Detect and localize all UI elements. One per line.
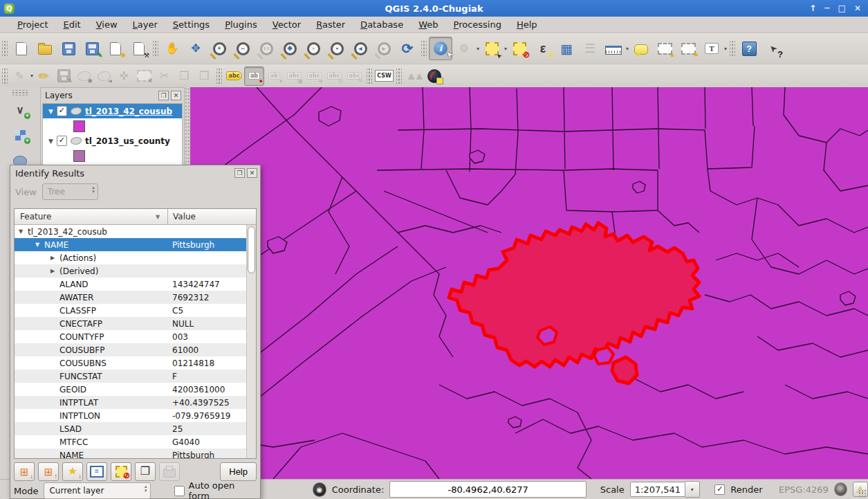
menu-settings[interactable]: Settings [165, 19, 217, 30]
shade-window-button[interactable]: ↑ [809, 3, 816, 13]
rotate-label-button[interactable]: abc↻ [324, 66, 344, 86]
add-raster-layer-button[interactable]: + [8, 125, 32, 145]
pan-map-button[interactable]: ✋ [160, 37, 184, 60]
scrollbar-thumb[interactable] [248, 226, 255, 273]
menu-processing[interactable]: Processing [446, 19, 509, 30]
identify-row-MTFCC[interactable]: MTFCCG4040 [15, 435, 247, 448]
open-project-button[interactable] [33, 37, 57, 60]
identify-row-CNECTAFP[interactable]: CNECTAFPNULL [15, 317, 247, 330]
menu-vector[interactable]: Vector [265, 19, 308, 30]
menu-project[interactable]: Project [10, 19, 56, 30]
layer-symbol-swatch[interactable] [73, 120, 85, 132]
tree-arrow-icon[interactable]: ▼ [35, 242, 44, 248]
minimize-button[interactable]: ─ [824, 3, 829, 13]
expand-arrow-icon[interactable]: ▼ [48, 138, 53, 145]
zoom-full-button[interactable]: ✥ [278, 37, 302, 60]
feature-column-header[interactable]: Feature [20, 212, 51, 221]
expand-arrow-icon[interactable]: ▼ [48, 108, 53, 115]
identify-features-button[interactable]: i [429, 37, 452, 60]
layer-checkbox[interactable]: ✓ [57, 106, 67, 116]
raster-terrain-button[interactable]: ▲▲ [404, 66, 424, 86]
table-header[interactable]: Feature ▼ Value [15, 209, 256, 225]
view-mode-combo[interactable]: Tree ▴▾ [42, 183, 98, 200]
select-features-button[interactable]: ➤ [480, 37, 504, 60]
copy-feature-button[interactable]: ❐ [135, 462, 156, 481]
map-canvas[interactable] [190, 87, 868, 479]
zoom-last-button[interactable]: ◂ [349, 37, 372, 60]
toolbar-handle[interactable] [367, 69, 372, 84]
expand-new-results-button[interactable]: ★↓ [62, 462, 83, 481]
tracking-icon[interactable]: ◉ [313, 482, 326, 497]
menu-layer[interactable]: Layer [125, 19, 165, 30]
toolbar-handle[interactable] [216, 69, 222, 84]
zoom-native-button[interactable]: 1:1 [255, 37, 278, 60]
identify-row-AWATER[interactable]: AWATER7692312 [15, 291, 247, 304]
clear-results-button[interactable]: ⊘ [111, 462, 131, 481]
pittsburgh-exclave[interactable] [612, 357, 637, 383]
print-results-button[interactable] [159, 462, 180, 481]
unpin-labels-button[interactable]: ab● [264, 66, 284, 86]
zoom-to-layer-button[interactable]: ▪ [325, 37, 349, 60]
select-dropdown[interactable]: ▾ [504, 46, 507, 52]
move-feature-button[interactable]: ➜ [94, 66, 114, 86]
refresh-button[interactable]: ⟳ [396, 37, 419, 60]
menu-plugins[interactable]: Plugins [217, 19, 265, 30]
add-feature-button[interactable]: ✱ [74, 66, 94, 86]
collapse-tree-button[interactable]: ⊞↑ [38, 462, 59, 481]
feature-action-dropdown[interactable]: ▾ [477, 46, 479, 52]
float-panel-button[interactable]: ❐ [234, 168, 245, 178]
pin-labels-button[interactable]: ab● [244, 66, 264, 86]
paste-features-button[interactable]: ❒ [194, 66, 214, 86]
identify-row-LSAD[interactable]: LSAD25 [15, 422, 247, 435]
mode-combo[interactable]: Current layer ▴▾ [44, 482, 150, 499]
identify-row-NAME[interactable]: NAMEPittsburgh [15, 448, 247, 459]
save-layer-edits-button[interactable]: ✎ [54, 66, 74, 86]
delete-selected-button[interactable]: ✕ [134, 66, 154, 86]
identify-row-ALAND[interactable]: ALAND143424747 [15, 278, 247, 291]
zoom-to-selection-button[interactable]: ▫ [302, 37, 325, 60]
csw-search-button[interactable]: CSW [374, 66, 394, 86]
close-panel-button[interactable]: ✕ [171, 91, 181, 100]
new-bookmark-button[interactable]: ★ [653, 37, 676, 60]
window-resize-grip[interactable] [858, 489, 867, 498]
identify-row-(Actions)[interactable]: ▶(Actions) [15, 251, 247, 264]
help-button[interactable]: Help [220, 462, 257, 481]
float-panel-button[interactable]: ❐ [158, 91, 169, 100]
zoom-out-button[interactable]: − [231, 37, 255, 60]
menu-web[interactable]: Web [411, 19, 445, 30]
text-annotation-button[interactable]: T [700, 37, 723, 60]
tree-arrow-icon[interactable]: ▶ [50, 255, 59, 261]
copy-features-button[interactable]: ❐ [174, 66, 194, 86]
tree-arrow-icon[interactable]: ▶ [50, 268, 59, 274]
cut-features-button[interactable]: ✂ [154, 66, 174, 86]
annotation-dropdown[interactable]: ▾ [724, 46, 727, 52]
add-vector-layer-button[interactable]: ∨+ [8, 100, 32, 120]
menu-help[interactable]: Help [509, 19, 545, 30]
composer-manager-button[interactable]: ⚒ [127, 37, 151, 60]
identify-row-FUNCSTAT[interactable]: FUNCSTATF [15, 370, 247, 383]
identify-row-tl_2013_42_cousub[interactable]: ▼tl_2013_42_cousub [15, 225, 247, 238]
select-by-expression-button[interactable]: ε■ [531, 37, 555, 60]
metasearch-plugin-button[interactable] [424, 66, 444, 86]
run-feature-action-button[interactable]: ⚙ [452, 37, 476, 60]
menu-edit[interactable]: Edit [56, 19, 89, 30]
expand-tree-button[interactable]: ⊞↓ [14, 462, 35, 481]
identify-row-INTPTLON[interactable]: INTPTLON-079.9765919 [15, 409, 247, 422]
coordinate-input[interactable] [389, 481, 587, 498]
toolbar-handle[interactable] [730, 41, 735, 56]
identify-row-CLASSFP[interactable]: CLASSFPC5 [15, 304, 247, 317]
identify-row-NAME[interactable]: ▼NAMEPittsburgh [15, 238, 247, 251]
tree-arrow-icon[interactable]: ▼ [19, 228, 28, 235]
toolbar-handle[interactable] [2, 69, 8, 84]
identify-row-INTPTLAT[interactable]: INTPTLAT+40.4397525 [15, 396, 247, 409]
identify-row-COUNTYFP[interactable]: COUNTYFP003 [15, 330, 247, 343]
save-project-button[interactable] [57, 37, 80, 60]
pan-to-selection-button[interactable]: ✥ [184, 37, 207, 60]
auto-open-form-checkbox[interactable] [174, 486, 185, 496]
menu-raster[interactable]: Raster [308, 19, 353, 30]
save-project-as-button[interactable]: ✎ [80, 37, 104, 60]
dock-handle[interactable] [12, 90, 28, 96]
identify-row-COUSUBNS[interactable]: COUSUBNS01214818 [15, 356, 247, 370]
labeling-button[interactable]: abc [224, 66, 244, 86]
highlight-labels-button[interactable]: abc◉ [284, 66, 304, 86]
